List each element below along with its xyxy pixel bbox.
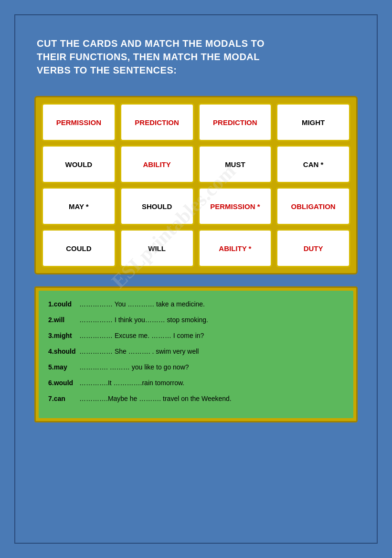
sentence-row-6: 7.can………….Maybe he ………. travel on the We… xyxy=(48,394,344,404)
sentences-section: 1.could…………… You ………… take a medicine.2.… xyxy=(34,286,358,422)
sentence-row-1: 2.will…………… I think you……… stop smoking. xyxy=(48,315,344,325)
sentence-text-2: …………… Excuse me. ……… I come in? xyxy=(79,331,344,341)
card-4[interactable]: WOULD xyxy=(42,145,116,183)
sentence-number-0: 1.could xyxy=(48,299,79,309)
sentence-number-1: 2.will xyxy=(48,315,79,325)
sentence-row-4: 5.may…………. ……… you like to go now? xyxy=(48,362,344,372)
card-8[interactable]: MAY * xyxy=(42,187,116,225)
sentence-text-4: …………. ……… you like to go now? xyxy=(79,362,344,372)
sentence-row-2: 3.might…………… Excuse me. ……… I come in? xyxy=(48,331,344,341)
sentence-number-3: 4.should xyxy=(48,347,79,357)
sentences-inner: 1.could…………… You ………… take a medicine.2.… xyxy=(39,291,353,418)
card-9[interactable]: SHOULD xyxy=(120,187,194,225)
sentence-row-3: 4.should…………… She ………. . swim very well xyxy=(48,347,344,357)
sentence-number-6: 7.can xyxy=(48,394,79,404)
page-container: CUT THE CARDS AND MATCH THE MODALS TO TH… xyxy=(14,14,378,544)
sentence-number-4: 5.may xyxy=(48,362,79,372)
sentence-text-3: …………… She ………. . swim very well xyxy=(79,347,344,357)
card-5[interactable]: ABILITY xyxy=(120,145,194,183)
card-6[interactable]: MUST xyxy=(198,145,273,183)
card-11[interactable]: OBLIGATION xyxy=(276,187,350,225)
card-7[interactable]: CAN * xyxy=(276,145,350,183)
card-1[interactable]: PREDICTION xyxy=(120,103,194,141)
card-10[interactable]: PERMISSION * xyxy=(198,187,273,225)
card-12[interactable]: COULD xyxy=(42,229,116,267)
sentence-text-5: ………….It ………….rain tomorrow. xyxy=(79,378,344,388)
sentence-row-5: 6.would………….It ………….rain tomorrow. xyxy=(48,378,344,388)
instructions: CUT THE CARDS AND MATCH THE MODALS TO TH… xyxy=(34,32,358,82)
page-wrapper: CUT THE CARDS AND MATCH THE MODALS TO TH… xyxy=(14,14,378,544)
card-15[interactable]: DUTY xyxy=(276,229,350,267)
sentence-text-6: ………….Maybe he ………. travel on the Weekend… xyxy=(79,394,344,404)
sentence-number-2: 3.might xyxy=(48,331,79,341)
cards-section: PERMISSIONPREDICTIONPREDICTIONMIGHTWOULD… xyxy=(34,96,358,274)
sentence-number-5: 6.would xyxy=(48,378,79,388)
instruction-line1: CUT THE CARDS AND MATCH THE MODALS TO xyxy=(37,37,355,50)
card-14[interactable]: ABILITY * xyxy=(198,229,273,267)
sentence-text-0: …………… You ………… take a medicine. xyxy=(79,299,344,309)
card-0[interactable]: PERMISSION xyxy=(42,103,116,141)
instruction-line3: VERBS TO THE SENTENCES: xyxy=(37,63,355,77)
sentence-row-0: 1.could…………… You ………… take a medicine. xyxy=(48,299,344,309)
sentence-text-1: …………… I think you……… stop smoking. xyxy=(79,315,344,325)
card-13[interactable]: WILL xyxy=(120,229,194,267)
card-2[interactable]: PREDICTION xyxy=(198,103,273,141)
card-3[interactable]: MIGHT xyxy=(276,103,350,141)
instruction-line2: THEIR FUNCTIONS, THEN MATCH THE MODAL xyxy=(37,50,355,63)
cards-grid: PERMISSIONPREDICTIONPREDICTIONMIGHTWOULD… xyxy=(42,103,350,267)
